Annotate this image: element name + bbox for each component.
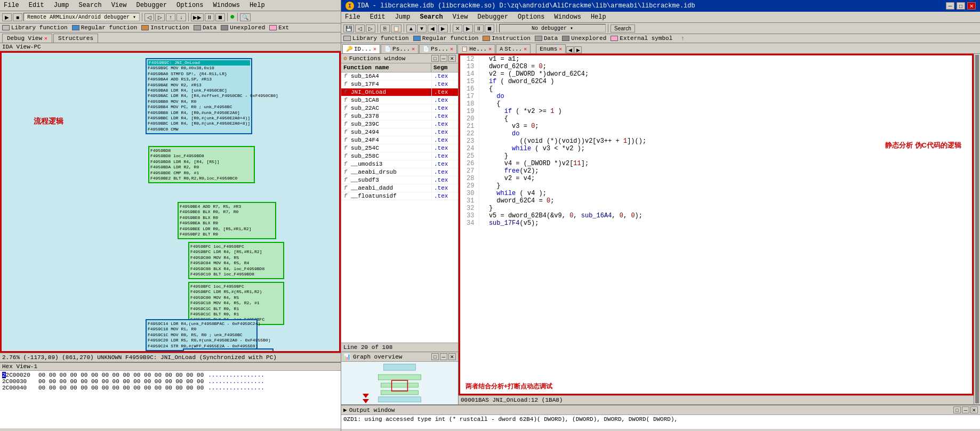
toolbar-btn-5[interactable]: ▶▶ <box>191 13 204 21</box>
menu-edit-left[interactable]: Edit <box>27 1 46 10</box>
right-tab-id-close[interactable]: ✕ <box>373 46 376 52</box>
toolbar-btn-1[interactable]: ◁ <box>144 13 154 21</box>
functions-header: ⚙ Functions window □ ─ ✕ <box>341 54 458 63</box>
func-row-11[interactable]: f __umodsi3 .tex <box>341 160 458 168</box>
menu-windows-left[interactable]: Windows <box>212 1 242 10</box>
tab-scroll-left[interactable]: ◀ <box>566 46 574 53</box>
debugger-label[interactable]: No debugger ▾ <box>499 24 606 32</box>
func-row-14[interactable]: f __aeabi_dadd .tex <box>341 184 458 192</box>
func-row-2[interactable]: f JNI_OnLoad .tex <box>341 88 458 96</box>
right-btn-right[interactable]: ▶ <box>438 25 448 32</box>
graph-overview-close[interactable]: ✕ <box>448 353 456 360</box>
right-menu-help[interactable]: Help <box>589 13 608 21</box>
func-row-9[interactable]: f sub_254C .tex <box>341 144 458 152</box>
stop-btn[interactable]: ■ <box>13 13 22 21</box>
functions-min-btn[interactable]: ─ <box>440 55 447 62</box>
right-btn-save[interactable]: 💾 <box>343 25 354 32</box>
arrow-down-2-icon <box>363 399 369 403</box>
right-tab-enums[interactable]: Enums ✕ <box>536 44 566 53</box>
functions-close-btn[interactable]: ✕ <box>448 55 456 62</box>
debugger-dropdown[interactable]: Remote ARMLinux/Android debugger ▾ <box>23 13 140 21</box>
right-tab-ps1-close[interactable]: ✕ <box>412 46 415 52</box>
code-content[interactable]: 静态分析 伪C代码的逻辑 12 v1 = a1; 13 dword_62C8 =… <box>459 54 974 395</box>
toolbar-btn-7[interactable]: ⏹ <box>215 13 225 21</box>
right-btn-left[interactable]: ◀ <box>428 25 437 32</box>
toolbar-btn-2[interactable]: ▷ <box>155 13 165 21</box>
toolbar-btn-4[interactable]: ↓ <box>176 13 186 21</box>
right-tab-he-close[interactable]: ✕ <box>488 46 492 52</box>
func-row-0[interactable]: f sub_16A4 .tex <box>341 72 458 80</box>
right-search-btn[interactable]: Search <box>611 25 635 32</box>
right-menu-file[interactable]: File <box>343 13 362 21</box>
func-row-6[interactable]: f sub_239C .tex <box>341 120 458 128</box>
right-menu-windows[interactable]: Windows <box>553 13 583 21</box>
right-tab-ps1[interactable]: 📄 Ps... ✕ <box>381 44 419 53</box>
func-row-8[interactable]: f sub_24F4 .tex <box>341 136 458 144</box>
right-btn-pause[interactable]: ⏸ <box>474 25 484 32</box>
toolbar-btn-6[interactable]: ⏸ <box>205 13 214 21</box>
right-tab-st-close[interactable]: ✕ <box>524 46 527 52</box>
tab-scroll-right[interactable]: ▶ <box>574 46 582 53</box>
output-float[interactable]: □ <box>953 406 961 413</box>
toolbar-btn-3[interactable]: ↑ <box>166 13 175 21</box>
right-tab-id[interactable]: 🔑 ID... ✕ <box>342 44 380 53</box>
func-row-4[interactable]: f sub_22AC .tex <box>341 104 458 112</box>
scrollbar-thumb[interactable] <box>975 55 979 403</box>
graph-overview-content[interactable] <box>341 362 458 404</box>
minimize-btn[interactable]: ─ <box>946 2 954 10</box>
menu-debugger-left[interactable]: Debugger <box>134 1 168 10</box>
menu-view-left[interactable]: View <box>110 1 128 10</box>
functions-list[interactable]: f sub_16A4 .tex f sub_17F4 .tex f JNI_On… <box>341 72 458 343</box>
func-row-7[interactable]: f sub_2494 .tex <box>341 128 458 136</box>
menu-help-left[interactable]: Help <box>248 1 267 10</box>
close-btn[interactable]: ✕ <box>967 2 976 10</box>
func-row-1[interactable]: f sub_17F4 .tex <box>341 80 458 88</box>
hex-content[interactable]: 22C00020 00 00 00 00 00 00 00 00 00 00 0… <box>0 371 341 428</box>
tab-debug-view-close[interactable]: ✕ <box>44 35 47 42</box>
tab-structures-label: Structures <box>58 35 93 42</box>
play-btn[interactable]: ▶ <box>2 13 12 21</box>
func-row-15[interactable]: f __floatunsidf .tex <box>341 192 458 200</box>
right-btn-paste[interactable]: 📋 <box>391 25 401 32</box>
right-menu-jump[interactable]: Jump <box>393 13 412 21</box>
graph-overview-float[interactable]: □ <box>431 353 439 360</box>
right-btn-copy[interactable]: ⎘ <box>380 25 390 32</box>
func-row-3[interactable]: f sub_1CA8 .tex <box>341 96 458 104</box>
search-btn-left[interactable]: 🔍 <box>240 13 251 21</box>
func-row-13[interactable]: f __subdf3 .tex <box>341 176 458 184</box>
right-btn-up[interactable]: ▲ <box>406 25 416 32</box>
right-tab-ps2[interactable]: 📄 Ps... ✕ <box>419 44 457 53</box>
right-btn-fwd[interactable]: ▷ <box>366 25 375 32</box>
output-close[interactable]: ✕ <box>970 406 978 413</box>
right-menu-debugger[interactable]: Debugger <box>476 13 510 21</box>
right-tab-ps2-close[interactable]: ✕ <box>450 46 453 52</box>
right-tab-he[interactable]: 📋 He... ✕ <box>457 44 495 53</box>
graph-area[interactable]: 流程逻辑 F4959B9C: JNI_OnLoad F4959B9C MOV R… <box>0 51 341 353</box>
maximize-btn[interactable]: □ <box>957 2 965 10</box>
graph-overview-min[interactable]: ─ <box>440 353 447 360</box>
func-row-10[interactable]: f sub_258C .tex <box>341 152 458 160</box>
code-scrollbar[interactable] <box>974 54 980 404</box>
tab-debug-view[interactable]: Debug View ✕ <box>2 34 52 43</box>
right-btn-run[interactable]: ▶ <box>463 25 473 32</box>
func-row-5[interactable]: f sub_2378 .tex <box>341 112 458 120</box>
right-menu-view[interactable]: View <box>451 13 470 21</box>
right-tab-enums-close[interactable]: ✕ <box>559 46 562 52</box>
tab-structures[interactable]: Structures <box>53 34 98 43</box>
functions-float-btn[interactable]: □ <box>431 55 439 62</box>
menu-file-left[interactable]: File <box>2 1 21 10</box>
right-menu-search[interactable]: Search <box>418 13 444 21</box>
func-row-12[interactable]: f __aeabi_drsub .tex <box>341 168 458 176</box>
right-btn-stop[interactable]: ⏹ <box>485 25 494 32</box>
right-menu-edit[interactable]: Edit <box>368 13 387 21</box>
right-btn-back[interactable]: ◁ <box>355 25 365 32</box>
right-tab-st[interactable]: A St... ✕ <box>496 44 531 53</box>
right-btn-down[interactable]: ▼ <box>417 25 427 32</box>
menu-options-left[interactable]: Options <box>175 1 205 10</box>
code-line-19: 31 dword_62C4 = 0; <box>460 197 972 205</box>
output-min[interactable]: ─ <box>962 406 969 413</box>
menu-search-left[interactable]: Search <box>77 1 103 10</box>
menu-jump-left[interactable]: Jump <box>52 1 71 10</box>
right-btn-x[interactable]: ✕ <box>453 25 462 32</box>
right-menu-options[interactable]: Options <box>516 13 546 21</box>
